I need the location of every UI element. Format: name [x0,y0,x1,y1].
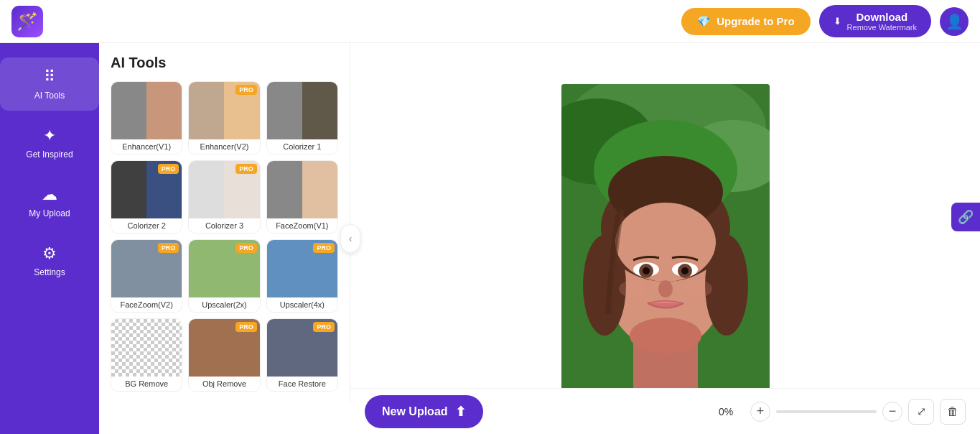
tool-label-enhancer-v2: Enhancer(V2) [189,139,259,154]
pro-badge-face-restore: PRO [313,322,335,332]
tool-card-enhancer-v1[interactable]: Enhancer(V1) [111,81,182,154]
upgrade-label: Upgrade to Pro [717,15,794,27]
tool-card-bg-remove[interactable]: BG Remove [111,318,182,392]
download-sub-label: Remove Watermark [847,23,917,32]
tool-label-colorizer-1: Colorizer 1 [267,139,337,154]
portrait-svg [561,84,770,393]
download-icon: ⬇ [834,16,841,27]
avatar-button[interactable]: 👤 [940,7,969,36]
tool-card-facezoom-v1[interactable]: FaceZoom(V1) [266,160,338,234]
tools-panel-title: AI Tools [111,55,338,71]
settings-gear-icon: ⚙ [42,244,57,263]
delete-button[interactable]: 🗑 [940,399,966,425]
tool-thumb-enhancer-v1 [111,82,182,139]
tool-card-upscaler-2x[interactable]: Upscaler(2x)PRO [188,239,260,313]
sparkle-icon: ✦ [43,126,56,145]
sidebar-label-ai-tools: AI Tools [34,91,65,101]
app-logo[interactable]: 🪄 [11,6,43,37]
pro-badge-object-remove: PRO [235,322,257,332]
minus-icon: − [889,404,897,419]
tool-card-face-restore[interactable]: Face RestorePRO [266,318,338,392]
tool-card-facezoom-v2[interactable]: FaceZoom(V2)PRO [111,239,182,313]
tool-label-facezoom-v1: FaceZoom(V1) [267,218,337,233]
main-area: AI Tools Enhancer(V1)Enhancer(V2)PROColo… [99,43,980,434]
svg-point-18 [658,280,673,297]
tool-card-colorizer-3[interactable]: Colorizer 3PRO [188,160,260,234]
tool-label-bg-remove: BG Remove [111,377,182,391]
pro-badge-colorizer-3: PRO [235,164,257,174]
chevron-left-icon: ‹ [349,233,353,244]
svg-point-16 [643,267,650,274]
tool-label-colorizer-2: Colorizer 2 [111,218,182,233]
preview-area: New Upload ⬆ 0% + − ⤢ 🗑 [350,43,980,434]
sidebar-item-settings[interactable]: ⚙ Settings [0,234,99,287]
tools-panel-wrapper: AI Tools Enhancer(V1)Enhancer(V2)PROColo… [99,43,350,434]
header-actions: 💎 Upgrade to Pro ⬇ Download Remove Water… [681,5,969,37]
tool-label-object-remove: Obj Remove [189,377,259,391]
tool-card-upscaler-4x[interactable]: Upscaler(4x)PRO [266,239,338,313]
svg-point-21 [630,318,701,354]
new-upload-label: New Upload [382,405,448,418]
grid-icon: ⠿ [44,68,55,86]
tools-grid: Enhancer(V1)Enhancer(V2)PROColorizer 1Co… [111,81,338,392]
sidebar-item-my-upload[interactable]: ☁ My Upload [0,175,99,228]
pro-badge-upscaler-4x: PRO [313,243,335,253]
tool-card-colorizer-1[interactable]: Colorizer 1 [266,81,338,154]
logo-icon: 🪄 [17,11,38,32]
tool-label-upscaler-4x: Upscaler(4x) [267,297,337,312]
download-button[interactable]: ⬇ Download Remove Watermark [819,5,931,37]
zoom-out-button[interactable]: − [882,402,902,422]
upload-cloud-icon: ☁ [42,185,57,204]
new-upload-button[interactable]: New Upload ⬆ [365,395,483,428]
upgrade-button[interactable]: 💎 Upgrade to Pro [681,8,810,35]
sidebar: ⠿ AI Tools ✦ Get Inspired ☁ My Upload ⚙ … [0,43,99,434]
sidebar-item-get-inspired[interactable]: ✦ Get Inspired [0,116,99,170]
svg-point-11 [615,203,716,282]
sidebar-label-settings: Settings [34,267,65,277]
tool-card-enhancer-v2[interactable]: Enhancer(V2)PRO [188,81,260,154]
zoom-in-button[interactable]: + [750,402,770,422]
upload-icon: ⬆ [455,404,466,420]
header: 🪄 💎 Upgrade to Pro ⬇ Download Remove Wat… [0,0,980,43]
tool-label-colorizer-3: Colorizer 3 [189,218,259,233]
sidebar-label-get-inspired: Get Inspired [26,149,73,160]
plus-icon: + [757,404,765,419]
bottom-toolbar: New Upload ⬆ 0% + − ⤢ 🗑 [350,388,980,434]
tool-thumb-colorizer-1 [267,82,337,139]
tool-thumb-bg-remove [111,319,182,377]
sidebar-item-ai-tools[interactable]: ⠿ AI Tools [0,57,99,111]
zoom-percentage: 0% [719,406,745,417]
avatar-icon: 👤 [946,13,963,30]
zoom-controls: 0% + − ⤢ 🗑 [719,399,966,425]
svg-point-17 [681,267,689,274]
tool-label-enhancer-v1: Enhancer(V1) [111,139,182,154]
collapse-panel-button[interactable]: ‹ [340,224,360,253]
tool-card-object-remove[interactable]: Obj RemovePRO [188,318,260,392]
pro-badge-facezoom-v2: PRO [158,243,179,253]
sidebar-label-my-upload: My Upload [29,208,70,218]
preview-image-block [561,84,770,393]
pro-badge-upscaler-2x: PRO [235,243,257,253]
svg-point-20 [683,280,712,297]
chain-icon: 🔗 [958,209,974,225]
download-main-label: Download [847,11,917,23]
expand-button[interactable]: ⤢ [908,399,934,425]
tool-thumb-facezoom-v1 [267,161,337,218]
tool-label-face-restore: Face Restore [267,377,337,391]
pro-badge-enhancer-v2: PRO [235,85,257,95]
upgrade-icon: 💎 [697,15,711,28]
tool-card-colorizer-2[interactable]: Colorizer 2PRO [111,160,182,234]
zoom-slider[interactable] [776,410,877,413]
tool-label-upscaler-2x: Upscaler(2x) [189,297,259,312]
side-action-button[interactable]: 🔗 [951,203,980,231]
svg-point-19 [619,280,648,297]
expand-icon: ⤢ [917,405,926,418]
tools-panel: AI Tools Enhancer(V1)Enhancer(V2)PROColo… [99,43,350,403]
trash-icon: 🗑 [947,405,958,418]
tool-label-facezoom-v2: FaceZoom(V2) [111,297,182,312]
pro-badge-colorizer-2: PRO [158,164,179,174]
